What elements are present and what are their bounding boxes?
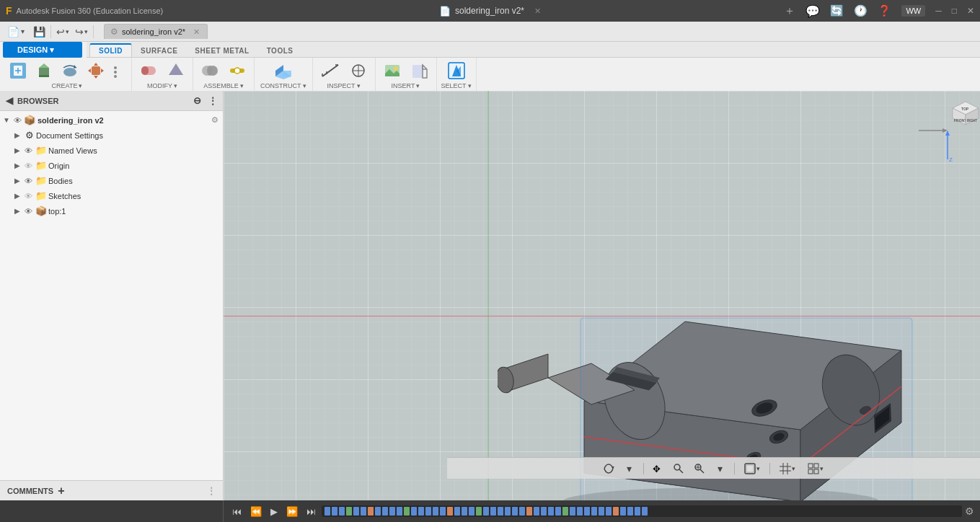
create-move-btn[interactable] [84, 59, 108, 82]
sketches-eye[interactable]: 👁 [25, 192, 32, 200]
browser-divider-handle[interactable]: ⋮ [208, 96, 217, 106]
tl-item[interactable] [505, 507, 511, 516]
tl-item[interactable] [627, 507, 633, 516]
zoom-btn[interactable] [690, 461, 709, 477]
tl-item[interactable] [620, 507, 626, 516]
tree-item-top1[interactable]: ▶ 👁 📦 top:1 [0, 203, 223, 218]
tab-surface[interactable]: SURFACE [132, 45, 186, 57]
construct-label[interactable]: CONSTRUCT ▾ [260, 82, 306, 91]
tl-item[interactable] [447, 507, 453, 516]
tl-item[interactable] [368, 507, 374, 516]
sketches-expand[interactable]: ▶ [14, 192, 23, 200]
modify-label[interactable]: MODIFY ▾ [147, 82, 177, 91]
zoom-fit-btn[interactable] [669, 461, 688, 477]
tree-item-doc-settings[interactable]: ▶ ⚙ Document Settings [0, 128, 223, 143]
root-expand-icon[interactable]: ▼ [3, 116, 12, 124]
tl-item[interactable] [606, 507, 612, 516]
doc-tab-close[interactable]: ✕ [193, 27, 200, 37]
tl-item[interactable] [483, 507, 489, 516]
tl-item[interactable] [440, 507, 446, 516]
tree-item-named-views[interactable]: ▶ 👁 📁 Named Views [0, 143, 223, 158]
tl-item[interactable] [462, 507, 467, 516]
tl-item[interactable] [613, 507, 619, 516]
tab-solid[interactable]: SOLID [89, 43, 132, 57]
origin-eye[interactable]: 👁 [25, 162, 32, 170]
orbit-btn[interactable] [599, 461, 618, 477]
tl-item[interactable] [541, 507, 547, 516]
redo-btn[interactable]: ↪▾ [73, 24, 90, 40]
named-views-expand[interactable]: ▶ [14, 146, 23, 154]
orbit-arrow-btn[interactable]: ▾ [620, 461, 639, 477]
help-icon[interactable]: ❓ [878, 4, 891, 17]
root-eye-icon[interactable]: 👁 [14, 116, 22, 125]
tl-item[interactable] [469, 507, 474, 516]
minimize-btn[interactable]: ─ [935, 6, 942, 16]
modify-press-btn[interactable] [164, 59, 188, 82]
tl-item[interactable] [526, 507, 532, 516]
tree-item-origin[interactable]: ▶ 👁 📁 Origin [0, 158, 223, 173]
chat-icon[interactable]: 💬 [805, 4, 820, 18]
named-views-eye[interactable]: 👁 [25, 146, 32, 155]
tl-item[interactable] [555, 507, 561, 516]
tl-item[interactable] [375, 507, 381, 516]
new-tab-btn[interactable]: ＋ [784, 4, 795, 19]
tl-prev-btn[interactable]: ⏪ [247, 505, 265, 518]
top1-eye[interactable]: 👁 [25, 207, 32, 216]
create-more-btn[interactable] [110, 59, 128, 82]
tree-item-root[interactable]: ▼ 👁 📦 soldering_iron v2 ⚙ [0, 112, 223, 128]
tl-item[interactable] [404, 507, 410, 516]
create-extrude-btn[interactable] [32, 59, 56, 82]
tl-item[interactable] [418, 507, 424, 516]
viewport-mode-btn[interactable]: ▾ [803, 461, 829, 477]
user-avatar[interactable]: WW [901, 5, 925, 17]
tl-item[interactable] [498, 507, 503, 516]
comments-add-btn[interactable]: + [58, 485, 64, 497]
display-mode-btn[interactable]: ▾ [739, 461, 765, 477]
root-settings-icon[interactable]: ⚙ [211, 115, 218, 125]
tl-item[interactable] [562, 507, 568, 516]
browser-back-icon[interactable]: ◀ [6, 95, 13, 106]
assemble-label[interactable]: ASSEMBLE ▾ [203, 82, 244, 91]
tl-item[interactable] [591, 507, 597, 516]
tl-prev-start-btn[interactable]: ⏮ [229, 505, 244, 518]
tab-sheetmetal[interactable]: SHEET METAL [186, 45, 257, 57]
create-label[interactable]: CREATE ▾ [52, 82, 83, 91]
tl-item[interactable] [519, 507, 525, 516]
tl-item[interactable] [577, 507, 583, 516]
browser-collapse-icon[interactable]: ⊖ [193, 95, 201, 106]
sync-icon[interactable]: 🔄 [830, 4, 844, 17]
maximize-btn[interactable]: □ [952, 6, 957, 16]
inspect-display-btn[interactable] [346, 59, 371, 82]
tl-item[interactable] [339, 507, 345, 516]
grid-btn[interactable]: ▾ [774, 461, 800, 477]
tl-item[interactable] [534, 507, 539, 516]
zoom-arrow-btn[interactable]: ▾ [711, 461, 730, 477]
tl-item[interactable] [346, 507, 352, 516]
doc-settings-expand[interactable]: ▶ [14, 131, 23, 139]
create-revolve-btn[interactable] [58, 59, 82, 82]
viewport[interactable]: Z TOP FRONT RIGHT ▾ ✥ [224, 91, 980, 500]
insert-label[interactable]: INSERT ▾ [392, 82, 420, 91]
tl-item[interactable] [425, 507, 431, 516]
select-label[interactable]: SELECT ▾ [441, 82, 472, 91]
tl-item[interactable] [642, 507, 648, 516]
timeline-track[interactable] [322, 505, 962, 517]
pan-btn[interactable]: ✥ [648, 461, 667, 477]
insert-image-btn[interactable] [380, 59, 405, 82]
tl-item[interactable] [411, 507, 417, 516]
tab-tools[interactable]: TOOLS [258, 45, 302, 57]
tree-item-sketches[interactable]: ▶ 👁 📁 Sketches [0, 188, 223, 203]
origin-expand[interactable]: ▶ [14, 162, 23, 169]
viewcube[interactable]: Z TOP FRONT RIGHT [915, 98, 973, 156]
history-icon[interactable]: 🕐 [854, 4, 868, 17]
save-btn[interactable]: 💾 [30, 24, 48, 40]
file-btn[interactable]: 📄 ▾ [3, 24, 29, 40]
document-tab[interactable]: ⚙ soldering_iron v2* ✕ [104, 24, 208, 39]
bodies-expand[interactable]: ▶ [14, 177, 23, 185]
construct-plane-btn[interactable] [270, 59, 296, 82]
design-button[interactable]: DESIGN ▾ [3, 42, 82, 58]
tl-item[interactable] [353, 507, 359, 516]
tl-item[interactable] [325, 507, 330, 516]
undo-btn[interactable]: ↩▾ [54, 24, 71, 40]
tl-item[interactable] [599, 507, 604, 516]
